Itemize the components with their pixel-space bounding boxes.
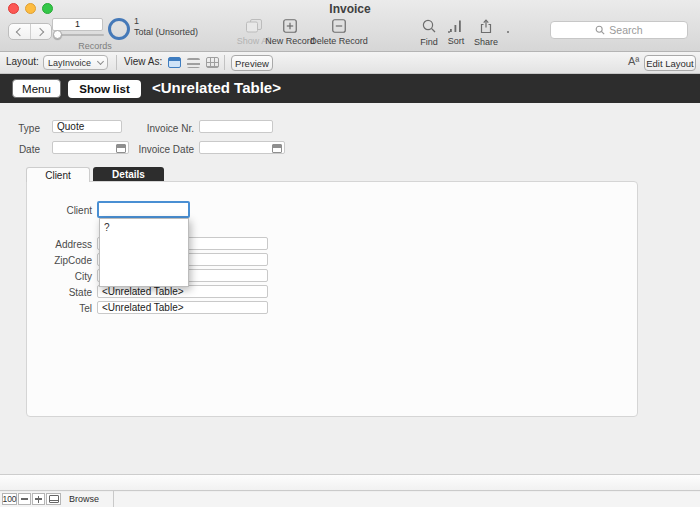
current-record-field[interactable]: 1: [52, 18, 103, 31]
sort-button[interactable]: Sort: [441, 19, 471, 46]
found-set-pie-icon[interactable]: [108, 18, 130, 40]
sort-bars-icon: [449, 19, 463, 33]
layout-selector-dropdown[interactable]: LayInvoice: [43, 55, 108, 70]
window-title: Invoice: [0, 2, 700, 16]
invoice-date-label: Invoice Date: [110, 144, 194, 155]
share-button[interactable]: Share: [469, 19, 503, 47]
text-formatting-icon[interactable]: Aª: [628, 55, 639, 67]
edit-layout-button[interactable]: Edit Layout: [644, 55, 696, 71]
value-list-item[interactable]: ?: [104, 222, 184, 233]
share-menu-dot-icon: [507, 31, 510, 34]
divider: [224, 55, 225, 70]
show-list-button[interactable]: Show list: [68, 80, 141, 98]
view-form-icon[interactable]: [168, 57, 181, 68]
divider: [116, 55, 117, 70]
tab-details[interactable]: Details: [93, 167, 164, 182]
show-all-icon: [246, 19, 262, 33]
zoom-in-button[interactable]: [32, 493, 45, 505]
menu-button[interactable]: Menu: [12, 79, 61, 98]
zoom-out-button[interactable]: [18, 493, 31, 505]
tab-client[interactable]: Client: [26, 167, 90, 182]
status-bar: 100 Browse: [0, 492, 700, 507]
delete-record-label: Delete Record: [310, 36, 368, 46]
layout-footer: [0, 474, 700, 491]
new-record-plus-icon: [283, 19, 297, 33]
view-table-icon[interactable]: [206, 57, 219, 68]
invoice-date-field[interactable]: [199, 141, 285, 154]
filemaker-window: Invoice 1 Records 1 Total (Unsorted) Sho…: [0, 0, 700, 507]
share-label: Share: [474, 37, 498, 47]
layout-selector-value: LayInvoice: [48, 58, 91, 68]
zoom-in-icon: [35, 496, 42, 503]
toolbar: Invoice 1 Records 1 Total (Unsorted) Sho…: [0, 0, 700, 52]
type-field[interactable]: Quote: [52, 120, 122, 133]
view-as-label: View As:: [124, 56, 162, 67]
client-label: Client: [22, 205, 92, 216]
mode-popup[interactable]: Browse: [62, 494, 106, 504]
layout-bar: Layout: LayInvoice View As: Preview Aª E…: [0, 52, 700, 74]
zoom-out-icon: [21, 498, 28, 500]
view-list-icon[interactable]: [187, 58, 200, 68]
status-toolbar-toggle-icon: [49, 495, 59, 503]
layout-header-bar: Menu Show list <Unrelated Table>: [0, 74, 700, 103]
chevron-left-icon: [16, 27, 24, 35]
zipcode-label: ZipCode: [22, 255, 92, 266]
tel-label: Tel: [22, 303, 92, 314]
state-label: State: [22, 287, 92, 298]
value-list-dropdown: ?: [99, 218, 189, 287]
share-icon: [479, 19, 493, 34]
found-count: 1: [134, 16, 139, 26]
record-body: Type Quote Invoice Nr. Date Invoice Date…: [0, 103, 700, 474]
preview-button[interactable]: Preview: [231, 55, 273, 71]
chevron-down-icon: [97, 58, 104, 65]
delete-record-button[interactable]: Delete Record: [308, 19, 370, 46]
tel-field[interactable]: <Unrelated Table>: [97, 301, 268, 314]
search-input[interactable]: Search: [550, 21, 688, 39]
calendar-icon[interactable]: [272, 144, 282, 153]
address-label: Address: [22, 239, 92, 250]
type-label: Type: [0, 123, 40, 134]
record-nav-buttons: [8, 23, 52, 40]
toolbar-toggle-button[interactable]: [46, 493, 61, 505]
date-label: Date: [0, 144, 40, 155]
sort-label: Sort: [448, 36, 465, 46]
record-slider-thumb[interactable]: [53, 30, 62, 39]
client-field[interactable]: [97, 201, 190, 218]
invoice-nr-label: Invoice Nr.: [120, 123, 194, 134]
search-placeholder: Search: [609, 24, 642, 36]
city-label: City: [22, 271, 92, 282]
chevron-right-icon: [36, 27, 44, 35]
records-label: Records: [70, 41, 120, 51]
layout-label: Layout:: [6, 56, 39, 67]
layout-title: <Unrelated Table>: [152, 79, 281, 96]
next-record-button[interactable]: [30, 24, 52, 39]
delete-record-minus-icon: [332, 19, 346, 33]
find-label: Find: [420, 37, 438, 47]
previous-record-button[interactable]: [9, 24, 30, 39]
divider: [113, 491, 114, 507]
invoice-nr-field[interactable]: [199, 120, 273, 133]
search-icon: [595, 25, 605, 35]
zoom-level-field[interactable]: 100: [2, 493, 17, 505]
find-magnifier-icon: [422, 19, 437, 34]
total-unsorted-label: Total (Unsorted): [134, 27, 198, 37]
